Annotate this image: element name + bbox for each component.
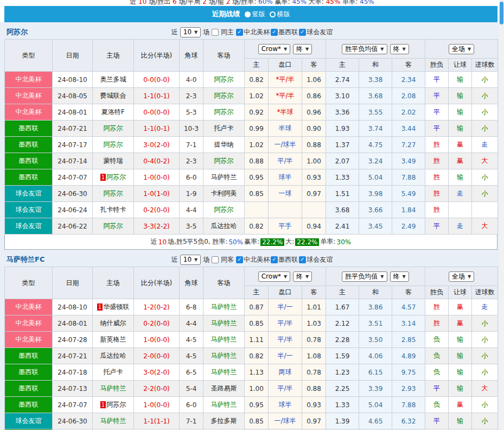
chevron-down-icon: ▼	[403, 45, 406, 53]
goals-result-cell	[472, 202, 498, 218]
home-odds-cell: 0.85	[245, 413, 269, 429]
match-count-select[interactable]: 10▼	[180, 27, 201, 37]
same-venue-checkbox[interactable]	[212, 29, 219, 36]
corner-cell: 4-0	[180, 72, 203, 88]
rank-badge: 1	[100, 401, 106, 408]
handicap-line-cell: *半球	[269, 104, 302, 121]
league-cell: 墨西联	[5, 121, 53, 137]
avg-draw-cell: 6.15	[359, 364, 392, 381]
avg-away-cell: 3.14	[392, 315, 425, 332]
team-text: 马萨特兰	[211, 401, 237, 408]
handicap-result-cell: 输	[449, 348, 472, 364]
match-count-select[interactable]: 10▼	[180, 255, 201, 265]
scope-group-header: 全场▼	[425, 267, 498, 286]
radio-unselected-icon[interactable]	[270, 11, 276, 17]
col-score: 比分(半场)	[134, 267, 180, 299]
team-filter-row: 马萨特兰FC 近 10▼ 场 同客 中北美杯墨西联球会友谊	[0, 252, 504, 267]
date-cell: 24-07-21	[53, 348, 93, 364]
vertical-scrollbar[interactable]	[499, 0, 504, 430]
corner-cell: 1-9	[180, 186, 203, 202]
corner-cell: 5-4	[180, 381, 203, 397]
odds-final-select[interactable]: 终▼	[293, 271, 312, 282]
scope-select[interactable]: 全场▼	[449, 271, 474, 282]
chevron-down-icon: ▼	[284, 273, 287, 281]
corner-cell: 10-3	[180, 121, 203, 137]
result-cell: 负	[425, 348, 449, 364]
handicap-line-cell: 半球	[269, 121, 302, 137]
handicap-result-cell: 输	[449, 364, 472, 381]
date-cell: 24-06-22	[53, 218, 93, 235]
summary-text: 大:	[285, 237, 294, 246]
away-odds-cell: 0.78	[302, 332, 326, 348]
goals-result-cell: 小	[472, 413, 498, 429]
col-corner: 角球	[180, 40, 203, 72]
avg-away-cell: 4.57	[392, 299, 425, 315]
top-stats-strip: 近 10 场/胜出 6 场/平局 2 场/输 2 场/胜率: 60% 赢率: 4…	[0, 0, 504, 6]
odds-group-header: Crow*▼ 终▼	[245, 267, 326, 286]
layout-radio-horizontal[interactable]: 横版	[270, 10, 290, 19]
avg-final-select[interactable]: 终▼	[390, 271, 409, 282]
avg-draw-cell: 3.51	[359, 315, 392, 332]
league-filter-group: 中北美杯墨西联球会友谊	[236, 255, 333, 264]
same-venue-label: 同客	[221, 255, 234, 264]
avg-type-select[interactable]: 胜平负均值▼	[342, 44, 387, 54]
league-cell: 墨西联	[5, 137, 53, 153]
handicap-result-cell: 输	[449, 413, 472, 429]
league-cell: 球会友谊	[5, 186, 53, 202]
avg-home-cell: 2.74	[326, 72, 359, 88]
result-cell: 胜	[425, 153, 449, 169]
league-checkbox[interactable]	[299, 256, 306, 263]
handicap-line-cell: *平/半	[269, 88, 302, 104]
home-team-cell: 马萨特兰	[93, 413, 134, 429]
goals-result-cell: 大	[472, 381, 498, 397]
radio-selected-icon[interactable]	[245, 11, 251, 17]
corner-cell: 5-3	[180, 104, 203, 121]
away-team-cell: 圣路易斯	[203, 381, 245, 397]
league-checkbox[interactable]	[271, 256, 278, 263]
home-odds-cell: 0.85	[245, 315, 269, 332]
odds-company-select[interactable]: Crow*▼	[258, 44, 290, 54]
col-avg-away: 客	[392, 286, 425, 299]
odds-company-select[interactable]: Crow*▼	[258, 271, 290, 282]
handicap-result-cell: 输	[449, 169, 472, 186]
same-venue-checkbox[interactable]	[212, 256, 219, 263]
handicap-line-cell: 平/半	[269, 153, 302, 169]
avg-away-cell: 1.84	[392, 202, 425, 218]
home-odds-cell: 0.92	[245, 104, 269, 121]
scope-select[interactable]: 全场▼	[449, 44, 474, 54]
league-checkbox[interactable]	[236, 29, 243, 36]
col-corner: 角球	[180, 267, 203, 299]
avg-draw-cell: 3.68	[359, 88, 392, 104]
col-date: 日期	[53, 267, 93, 299]
date-cell: 24-08-10	[53, 299, 93, 315]
avg-type-select[interactable]: 胜平负均值▼	[342, 271, 387, 282]
col-home: 主场	[93, 40, 134, 72]
avg-away-cell: 7.88	[392, 169, 425, 186]
avg-final-select[interactable]: 终▼	[390, 44, 409, 54]
avg-home-cell: 2.12	[326, 315, 359, 332]
league-checkbox[interactable]	[299, 29, 306, 36]
top-note-part: 6	[173, 0, 177, 5]
content-band: 阿苏尔 近 10▼ 场 同主 中北美杯墨西联球会友谊 类型	[0, 22, 504, 430]
top-note-part: 场/胜出	[146, 0, 173, 5]
top-note-part: 大率:	[307, 0, 326, 5]
result-cell: 胜	[425, 186, 449, 202]
layout-radio-vertical[interactable]: 竖版	[245, 10, 265, 19]
home-team-cell: 阿苏尔	[93, 218, 134, 235]
recent-record-header-bar: 近期战绩 竖版 横版	[4, 6, 497, 22]
home-odds-cell: 1.00	[245, 381, 269, 397]
league-cell: 墨西联	[5, 169, 53, 186]
scrollbar-thumb[interactable]	[500, 2, 503, 24]
score-cell: 1-2(0-2)	[134, 299, 180, 315]
team-text: 阿苏尔	[214, 206, 234, 213]
league-label: 中北美杯	[244, 28, 270, 37]
team-text: 多拉多斯	[211, 417, 237, 425]
handicap-line-cell: 一/球半	[269, 413, 302, 429]
summary-badge: 22.2%	[260, 238, 284, 246]
league-checkbox[interactable]	[271, 29, 278, 36]
date-cell: 24-08-10	[53, 72, 93, 88]
league-checkbox[interactable]	[236, 256, 243, 263]
odds-final-select[interactable]: 终▼	[293, 44, 312, 54]
away-odds-cell: 1.00	[302, 153, 326, 169]
date-cell: 24-07-21	[53, 121, 93, 137]
